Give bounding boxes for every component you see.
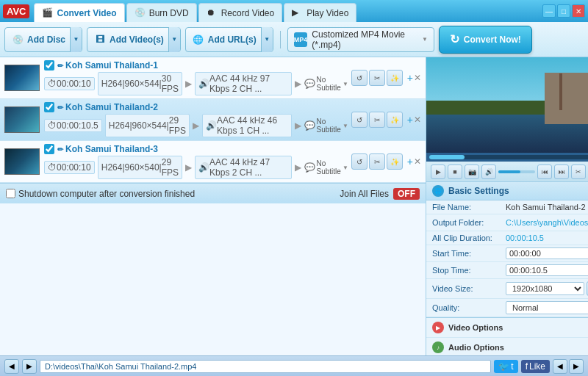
nav-arrow-left[interactable]: ◀ (553, 359, 567, 374)
cut-btn-3[interactable]: ✂ (369, 153, 385, 170)
next-frame-button[interactable]: ⏭ (554, 164, 569, 179)
tab-convert[interactable]: 🎬 Convert Video (34, 3, 124, 22)
remove-file-btn-3[interactable]: ✕ (414, 157, 421, 166)
volume-slider[interactable] (498, 170, 535, 173)
tab-play[interactable]: ▶ Play Video (284, 3, 356, 22)
status-nav-forward[interactable]: ▶ (22, 359, 37, 374)
crop-button[interactable]: ✂ (571, 164, 586, 179)
subtitle-icon-1: 💬 (304, 79, 315, 89)
arrow-sep-5: ▶ (185, 162, 192, 173)
record-tab-label: Record Video (221, 8, 275, 18)
thumb-img-3 (5, 149, 39, 174)
rotate-btn-3[interactable]: ↺ (351, 153, 368, 170)
main-content: ✏ Koh Samui Thailand-1 ⏱ 00:00:10 H264 |… (0, 57, 588, 355)
file-details-2: ⏱ 00:00:10.5 H264 | 960×544 | 29 FPS ▶ 🔊… (44, 114, 348, 137)
output-folder-value[interactable]: C:\Users\yangh\Videos... (506, 218, 588, 227)
file-details-1: ⏱ 00:00:10 H264 | 960×544 | 30 FPS ▶ 🔊 A… (44, 72, 348, 95)
burn-tab-icon: 💿 (135, 7, 146, 19)
rotate-btn-2[interactable]: ↺ (351, 112, 368, 128)
subtitle-arrow-2[interactable]: ▼ (343, 123, 348, 129)
social-buttons: 🐦 t f Like (494, 360, 550, 373)
add-disc-button[interactable]: 💿 Add Disc ▼ (4, 27, 82, 52)
file-checkbox-3[interactable] (44, 144, 54, 154)
join-toggle[interactable]: OFF (393, 188, 420, 200)
effect-btn-1[interactable]: ✨ (387, 70, 403, 86)
format-select[interactable]: MP4 Customized MP4 Movie (*.mp4) ▼ (287, 27, 434, 52)
add-file-btn-2[interactable]: + (407, 115, 413, 125)
title-bar: AVC 🎬 Convert Video 💿 Burn DVD ⏺ Record … (0, 0, 588, 22)
effect-btn-3[interactable]: ✨ (387, 153, 403, 170)
start-time-label: Start Time: (432, 249, 506, 258)
stop-time-label: Stop Time: (432, 266, 506, 275)
subtitle-arrow-1[interactable]: ▼ (343, 81, 348, 87)
add-remove-2: + ✕ (407, 115, 421, 125)
mp4-icon: MP4 (294, 32, 308, 47)
add-video-arrow[interactable]: ▼ (168, 27, 180, 52)
remove-file-btn-1[interactable]: ✕ (414, 73, 421, 82)
play-button[interactable]: ▶ (431, 164, 445, 179)
convert-now-button[interactable]: ↻ Convert Now! (439, 26, 532, 54)
nav-arrow-right[interactable]: ▶ (569, 359, 584, 374)
stop-time-input[interactable] (506, 264, 588, 276)
file-checkbox-1[interactable] (44, 60, 54, 70)
prev-frame-button[interactable]: ⏮ (537, 164, 552, 179)
right-panel: ▶ ■ 📷 🔊 ⏮ ⏭ ✂ ⚙ 🌐 Basic Settings File Na… (426, 57, 588, 355)
subtitle-arrow-3[interactable]: ▼ (343, 164, 348, 171)
video-size-select[interactable]: 1920x1080 (506, 282, 584, 295)
tab-burn[interactable]: 💿 Burn DVD (126, 3, 197, 22)
add-video-button[interactable]: 🎞 Add Video(s) ▼ (87, 27, 181, 52)
shutdown-checkbox[interactable] (6, 189, 15, 198)
burn-tab-label: Burn DVD (149, 8, 189, 18)
minimize-button[interactable]: — (542, 4, 556, 18)
file-checkbox-2[interactable] (44, 102, 54, 112)
volume-fill (498, 170, 520, 173)
close-button[interactable]: ✕ (572, 4, 585, 18)
add-url-arrow[interactable]: ▼ (261, 27, 273, 52)
quality-select[interactable]: Normal High Low Custom (506, 301, 588, 314)
file-name-value: Koh Samui Thailand-2 (506, 203, 588, 212)
settings-header-label: Basic Settings (448, 186, 509, 196)
edit-icon-2: ✏ (57, 104, 63, 112)
join-label: Join All Files (340, 189, 389, 199)
start-time-input[interactable] (506, 247, 588, 259)
add-disc-label: Add Disc (27, 35, 65, 45)
file-actions-3: ↺ ✂ ✨ + ✕ (351, 153, 421, 170)
twitter-button[interactable]: 🐦 t (494, 360, 517, 373)
cut-btn-1[interactable]: ✂ (369, 70, 385, 86)
twitter-icon: 🐦 (498, 361, 509, 372)
settings-globe-icon: 🌐 (432, 185, 444, 197)
preview-scene (426, 57, 588, 153)
codec-3: H264 | 960×540 | 29 FPS (98, 156, 182, 179)
subtitle-label-3: No Subtitle (317, 159, 341, 176)
maximize-button[interactable]: □ (557, 4, 570, 18)
settings-file-name-row: File Name: Koh Samui Thailand-2 (426, 200, 588, 214)
video-progress-bar[interactable] (426, 153, 588, 162)
file-thumbnail-3 (4, 148, 40, 175)
rotate-btn-1[interactable]: ↺ (351, 70, 368, 86)
add-disc-arrow[interactable]: ▼ (70, 27, 82, 52)
progress-track[interactable] (429, 155, 588, 159)
volume-button[interactable]: 🔊 (481, 164, 496, 179)
add-file-btn-1[interactable]: + (407, 73, 413, 83)
codec-2: H264 | 960×544 | 29 FPS (105, 114, 190, 137)
add-file-btn-3[interactable]: + (407, 156, 413, 167)
settings-header: 🌐 Basic Settings (426, 182, 588, 200)
shutdown-label: Shutdown computer after conversion finis… (18, 189, 195, 199)
snapshot-button[interactable]: 📷 (465, 164, 479, 179)
play-tab-icon: ▶ (292, 7, 304, 19)
add-url-button[interactable]: 🌐 Add URL(s) ▼ (185, 27, 273, 52)
duration-3: ⏱ 00:00:10 (44, 161, 95, 174)
tab-record[interactable]: ⏺ Record Video (198, 3, 283, 22)
audio-options-row[interactable]: ♪ Audio Options ▼ (426, 338, 588, 355)
video-options-row[interactable]: ▶ Video Options ▼ (426, 318, 588, 338)
status-nav-back[interactable]: ◀ (4, 359, 19, 374)
preview-area (426, 57, 588, 153)
facebook-button[interactable]: f Like (521, 360, 550, 373)
effect-btn-2[interactable]: ✨ (387, 112, 403, 128)
cut-btn-2[interactable]: ✂ (369, 112, 385, 128)
remove-file-btn-2[interactable]: ✕ (414, 115, 421, 124)
toolbar: 💿 Add Disc ▼ 🎞 Add Video(s) ▼ 🌐 Add URL(… (0, 22, 588, 57)
arrow-sep-2: ▶ (295, 79, 301, 89)
settings-video-size-row: Video Size: 1920x1080 ⚙ (426, 279, 588, 299)
stop-button[interactable]: ■ (448, 164, 462, 179)
